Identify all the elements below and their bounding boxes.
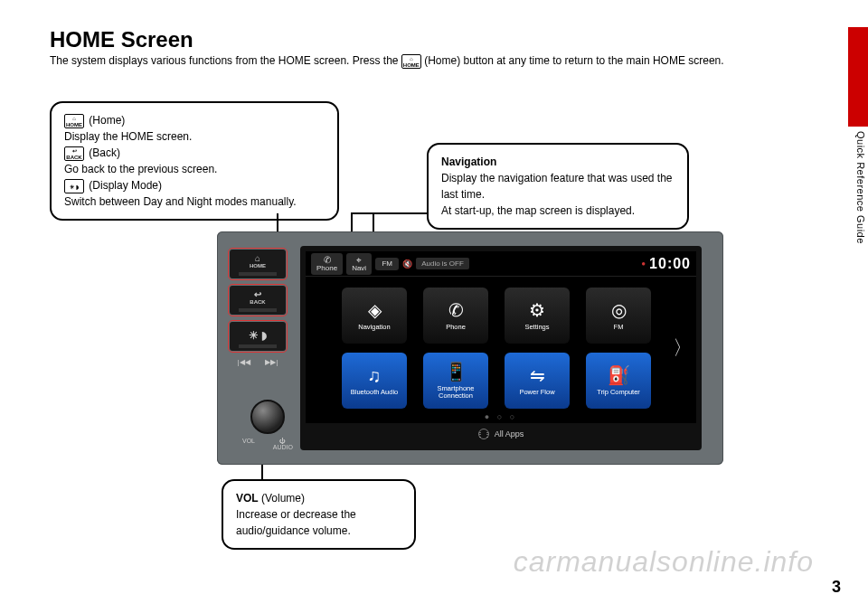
home-icon: ⌂HOME — [64, 114, 84, 128]
button-led — [239, 344, 277, 348]
clock: 10:00 — [649, 256, 691, 272]
head-unit: ⌂ HOME ↩ BACK ☀ ◗ |◀◀ ▶▶| VOL ⏻ AUDIO — [217, 231, 723, 465]
tab-navi[interactable]: ⌖Navi — [346, 253, 372, 275]
rec-icon: ● — [641, 259, 646, 268]
tile-phone[interactable]: ✆Phone — [423, 288, 488, 344]
tab-fm[interactable]: FM — [375, 258, 399, 270]
tile-power-flow[interactable]: ⇋Power Flow — [505, 353, 570, 409]
trip-computer-icon: ⛽ — [608, 365, 630, 385]
home-button[interactable]: ⌂ HOME — [230, 250, 286, 278]
back-button-label: BACK — [230, 299, 286, 305]
vol-paren: (Volume) — [259, 492, 305, 505]
page-number: 3 — [832, 578, 841, 597]
tile-settings[interactable]: ⚙Settings — [505, 288, 570, 344]
page-subtitle: The system displays various functions fr… — [50, 54, 724, 69]
home-label: (Home) — [89, 114, 125, 127]
nav-line2: At start-up, the map screen is displayed… — [441, 203, 675, 219]
vol-desc: Increase or decrease the audio/guidance … — [236, 506, 401, 539]
callout-buttons: ⌂HOME (Home) Display the HOME screen. ↩B… — [50, 101, 339, 221]
page-title: HOME Screen — [50, 27, 193, 52]
tile-bluetooth-audio[interactable]: ♫Bluetooth Audio — [342, 353, 407, 409]
callout-navigation: Navigation Display the navigation featur… — [427, 143, 689, 230]
tile-trip-computer[interactable]: ⛽Trip Computer — [586, 353, 651, 409]
page-indicator: ● ○ ○ — [306, 412, 696, 421]
tile-label: Power Flow — [519, 389, 554, 396]
subtitle-text-pre: The system displays various functions fr… — [50, 54, 401, 67]
vol-title: VOL — [236, 492, 259, 505]
audio-label: AUDIO — [273, 444, 293, 450]
side-label: Quick Reference Guide — [855, 131, 866, 244]
display-mode-desc: Switch between Day and Night modes manua… — [64, 193, 325, 210]
display-mode-icon: ☀ ◗ — [64, 179, 84, 193]
display-mode-icon: ☀ ◗ — [230, 330, 286, 341]
leader-line — [373, 212, 427, 214]
settings-icon: ⚙ — [529, 300, 545, 320]
display-mode-label: (Display Mode) — [89, 179, 162, 192]
power-icon: ⏻ — [279, 438, 286, 444]
tile-label: Navigation — [358, 324, 390, 331]
home-icon: ⌂ — [230, 254, 286, 263]
tile-smartphone-connection[interactable]: 📱Smartphone Connection — [423, 353, 488, 409]
tile-fm[interactable]: ◎FM — [586, 288, 651, 344]
tile-label: FM — [614, 324, 624, 331]
subtitle-text-post: (Home) button at any time to return to t… — [424, 54, 723, 67]
physical-button-column: ⌂ HOME ↩ BACK ☀ ◗ |◀◀ ▶▶| — [230, 250, 286, 369]
page-next-arrow[interactable]: 〉 — [673, 335, 693, 362]
fm-icon: ◎ — [611, 300, 627, 320]
nav-line1: Display the navigation feature that was … — [441, 170, 675, 203]
back-icon: ↩ — [230, 290, 286, 299]
speaker-icon: 🔇 — [402, 259, 412, 269]
tile-label: Trip Computer — [597, 389, 640, 396]
volume-dial-area: VOL ⏻ AUDIO — [241, 400, 295, 450]
tile-label: Phone — [446, 324, 466, 331]
navi-icon: ⌖ — [356, 256, 362, 265]
tile-navigation[interactable]: ◈Navigation — [342, 288, 407, 344]
section-tab — [848, 27, 868, 127]
seek-buttons[interactable]: |◀◀ ▶▶| — [230, 358, 286, 369]
tab-phone[interactable]: ✆Phone — [311, 253, 343, 275]
back-button[interactable]: ↩ BACK — [230, 286, 286, 315]
seek-prev-icon[interactable]: |◀◀ — [230, 358, 258, 369]
volume-dial[interactable] — [250, 400, 285, 434]
status-bar: ✆Phone ⌖Navi FM 🔇 Audio is OFF ● 10:00 — [306, 251, 696, 277]
display-mode-button[interactable]: ☀ ◗ — [230, 322, 286, 351]
back-desc: Go back to the previous screen. — [64, 161, 325, 177]
callout-volume: VOL (Volume) Increase or decrease the au… — [222, 479, 416, 550]
tile-label: Settings — [524, 324, 549, 331]
tile-grid: ◈Navigation✆Phone⚙Settings◎FM♫Bluetooth … — [306, 277, 696, 409]
smartphone-connection-icon: 📱 — [445, 362, 467, 382]
nav-title: Navigation — [441, 156, 496, 168]
all-apps-bar[interactable]: ● ○ ○ ⋮⋮ All Apps — [306, 423, 696, 445]
back-icon: ↩BACK — [64, 146, 84, 161]
home-button-label: HOME — [230, 263, 286, 269]
power-flow-icon: ⇋ — [530, 365, 545, 385]
tile-label: Smartphone Connection — [423, 385, 488, 401]
button-led — [239, 308, 277, 312]
home-desc: Display the HOME screen. — [64, 128, 325, 145]
apps-icon: ⋮⋮ — [478, 429, 489, 439]
bluetooth-audio-icon: ♫ — [368, 365, 382, 385]
back-label: (Back) — [89, 146, 120, 159]
home-icon: ⌂HOME — [401, 54, 421, 69]
watermark: carmanualsonline.info — [514, 545, 814, 579]
button-led — [239, 272, 277, 276]
navigation-icon: ◈ — [368, 300, 382, 320]
audio-status: Audio is OFF — [416, 258, 469, 269]
touchscreen[interactable]: ✆Phone ⌖Navi FM 🔇 Audio is OFF ● 10:00 ◈… — [300, 246, 702, 450]
vol-label: VOL — [242, 438, 255, 450]
seek-next-icon[interactable]: ▶▶| — [258, 358, 286, 369]
phone-icon: ✆ — [324, 256, 331, 265]
phone-icon: ✆ — [448, 300, 464, 320]
tile-label: Bluetooth Audio — [351, 389, 399, 396]
all-apps-label: All Apps — [495, 429, 524, 439]
